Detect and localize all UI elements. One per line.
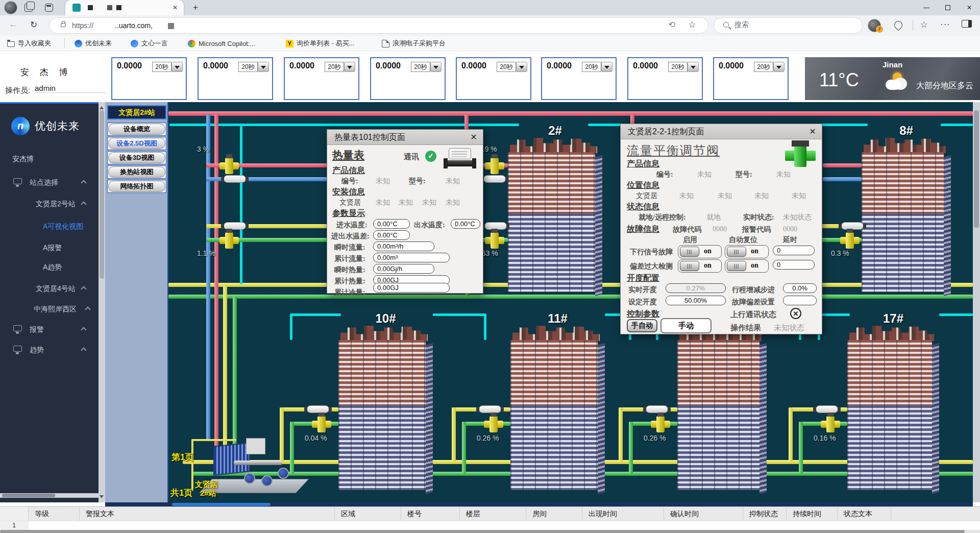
valve-device[interactable] bbox=[484, 415, 503, 433]
view-button-topology[interactable]: 网络拓扑图 bbox=[107, 180, 166, 193]
search-input[interactable] bbox=[734, 20, 847, 29]
scroll-up-icon[interactable] bbox=[100, 104, 104, 109]
alarm-horizontal-scrollbar[interactable] bbox=[0, 530, 980, 533]
more-menu-icon[interactable]: ··· bbox=[939, 19, 951, 30]
bookmark-youchuang[interactable]: 优创未来 bbox=[75, 39, 112, 48]
param-input[interactable]: 0.00°C bbox=[373, 219, 410, 229]
enable-toggle[interactable]: on bbox=[678, 259, 722, 273]
valve-device[interactable] bbox=[219, 231, 239, 250]
interval-dropdown[interactable] bbox=[773, 62, 785, 72]
favorites-list-icon[interactable]: ☆ bbox=[918, 19, 930, 30]
search-box[interactable] bbox=[714, 17, 863, 34]
scroll-down-icon[interactable] bbox=[100, 495, 104, 500]
window-minimize-button[interactable]: — bbox=[916, 0, 937, 15]
toggle-knob[interactable] bbox=[680, 247, 699, 257]
delay-input[interactable]: 0 bbox=[773, 260, 815, 270]
auto-manual-button[interactable]: 手自动 bbox=[627, 319, 657, 332]
sidebar-item-zhonghai[interactable]: 中海熙岸西区 bbox=[0, 302, 99, 317]
valve-device[interactable] bbox=[651, 415, 670, 433]
sidebar-item-alarm[interactable]: 报警 bbox=[0, 322, 99, 337]
sidebar-item-trend[interactable]: 趋势 bbox=[0, 343, 99, 358]
interval-dropdown[interactable] bbox=[258, 62, 269, 72]
param-input[interactable]: 0.00m³/h bbox=[373, 241, 434, 251]
sidebar-item-site-select[interactable]: 站点选择 bbox=[0, 175, 99, 190]
valve-device[interactable] bbox=[840, 231, 860, 250]
manual-button[interactable]: 手动 bbox=[660, 318, 712, 333]
tab-close-icon[interactable]: ✕ bbox=[170, 3, 180, 12]
browser-essentials-icon[interactable] bbox=[893, 19, 904, 31]
view-button-overview[interactable]: 设备概览 bbox=[107, 123, 166, 136]
interval-dropdown[interactable] bbox=[601, 62, 612, 72]
refresh-icon[interactable]: ↻ bbox=[28, 19, 40, 30]
new-tab-button[interactable]: + bbox=[190, 2, 201, 13]
window-close-button[interactable]: ✕ bbox=[959, 0, 980, 15]
autoreset-toggle[interactable]: on bbox=[725, 245, 769, 258]
flow-meter-device[interactable] bbox=[224, 175, 246, 183]
view-button-25d[interactable]: 设备2.5D视图 bbox=[107, 137, 166, 150]
param-input[interactable]: 0.00GJ bbox=[373, 283, 450, 293]
interval-dropdown[interactable] bbox=[516, 62, 527, 72]
fault-dev-input[interactable] bbox=[783, 296, 817, 305]
address-bar[interactable]: https:// ..uarto.com, bbox=[49, 17, 708, 34]
scrollbar-thumb[interactable] bbox=[172, 503, 271, 506]
sidebar-item-a-alarm[interactable]: A报警 bbox=[0, 240, 99, 256]
back-icon[interactable]: ← bbox=[7, 19, 19, 30]
close-icon[interactable]: ✕ bbox=[468, 131, 480, 143]
step-input[interactable]: 0.0% bbox=[783, 283, 817, 293]
valve-device[interactable] bbox=[485, 231, 504, 250]
param-input[interactable]: 0.00Gj/h bbox=[373, 264, 434, 274]
valve-device[interactable] bbox=[219, 157, 239, 175]
interval-dropdown[interactable] bbox=[344, 62, 355, 72]
sidebar-item-visual-view[interactable]: A可视化视图 bbox=[0, 219, 99, 234]
bookmark-inspur[interactable]: 浪潮电子采购平台 bbox=[382, 39, 446, 48]
scada-horizontal-scrollbar[interactable] bbox=[105, 502, 973, 506]
flow-meter-device[interactable] bbox=[479, 405, 501, 413]
autoreset-toggle[interactable]: on bbox=[725, 259, 769, 273]
valve-device[interactable] bbox=[485, 157, 504, 175]
flow-meter-device[interactable] bbox=[816, 405, 838, 413]
bookmark-inquiry[interactable]: Y 询价单列表 - 易买... bbox=[286, 39, 354, 48]
tab-actions-icon[interactable] bbox=[45, 4, 53, 12]
bookmark-wenxin[interactable]: 文心一言 bbox=[131, 39, 168, 48]
valve-device[interactable] bbox=[312, 415, 331, 433]
sidebar-item-a-trend[interactable]: A趋势 bbox=[0, 260, 99, 275]
view-button-3d[interactable]: 设备3D视图 bbox=[107, 151, 166, 164]
scrollbar-thumb[interactable] bbox=[0, 530, 965, 533]
toggle-knob[interactable] bbox=[727, 247, 746, 257]
param-input[interactable]: 0.00°C bbox=[451, 219, 480, 229]
interval-dropdown[interactable] bbox=[688, 62, 699, 72]
enable-toggle[interactable]: on bbox=[678, 245, 722, 258]
favorite-star-icon[interactable]: ☆ bbox=[686, 19, 698, 30]
view-button-station[interactable]: 换热站视图 bbox=[107, 165, 166, 179]
toggle-knob[interactable] bbox=[727, 261, 746, 271]
scrollbar-thumb[interactable] bbox=[100, 110, 104, 279]
interval-dropdown[interactable] bbox=[172, 62, 183, 72]
scada-vertical-scrollbar[interactable] bbox=[973, 102, 980, 502]
sidebar-item-station2[interactable]: 文贤居2号站 bbox=[0, 197, 99, 212]
delay-input[interactable]: 0 bbox=[773, 246, 815, 255]
param-input[interactable]: 0.00m³ bbox=[373, 253, 450, 262]
browser-profile-avatar[interactable] bbox=[4, 1, 17, 14]
alarm-table-row[interactable]: 1 bbox=[0, 521, 980, 530]
sidebar-horizontal-scrollbar[interactable] bbox=[0, 493, 99, 498]
sidebar-vertical-scrollbar[interactable] bbox=[99, 102, 105, 502]
dialog-title-bar[interactable]: 文贤居2-2-1控制页面 ✕ bbox=[621, 124, 822, 139]
station-title-button[interactable]: 文贤居2#站 bbox=[107, 105, 166, 119]
flow-meter-device[interactable] bbox=[307, 405, 329, 413]
set-open-input[interactable]: 50.00% bbox=[666, 296, 726, 305]
active-tab[interactable]: ✕ bbox=[65, 0, 184, 15]
scrollbar-thumb[interactable] bbox=[974, 110, 979, 228]
flow-meter-device[interactable] bbox=[646, 405, 668, 413]
valve-device[interactable] bbox=[821, 415, 840, 433]
workspaces-icon[interactable] bbox=[24, 4, 33, 12]
window-maximize-button[interactable] bbox=[937, 0, 959, 15]
toggle-knob[interactable] bbox=[680, 261, 699, 271]
param-input[interactable]: 0.00°C bbox=[373, 230, 410, 240]
close-icon[interactable]: ✕ bbox=[806, 126, 819, 138]
sidebar-panel-icon[interactable] bbox=[962, 20, 972, 28]
translate-icon[interactable]: ⟲ bbox=[666, 19, 678, 30]
dialog-title-bar[interactable]: 热量表101控制页面 ✕ bbox=[327, 130, 483, 145]
operator-input[interactable] bbox=[35, 84, 106, 93]
flow-meter-device[interactable] bbox=[483, 175, 506, 183]
sidebar-item-station4[interactable]: 文贤居4号站 bbox=[0, 281, 99, 297]
